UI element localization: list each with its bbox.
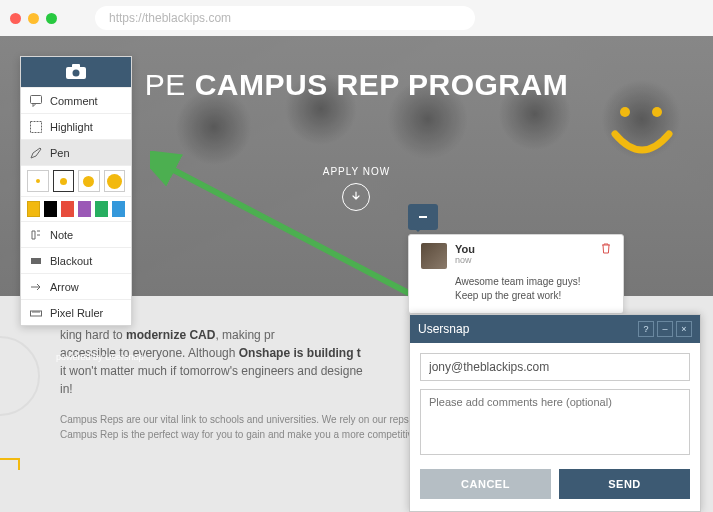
email-field[interactable] — [420, 353, 690, 381]
dialog-title: Usersnap — [418, 322, 469, 336]
comments-field[interactable] — [420, 389, 690, 455]
comment-icon — [29, 94, 43, 108]
highlight-icon — [29, 120, 43, 134]
send-button[interactable]: SEND — [559, 469, 690, 499]
feedback-dialog: Usersnap ? – × CANCEL SEND — [409, 314, 701, 512]
ruler-icon — [29, 306, 43, 320]
cancel-button[interactable]: CANCEL — [420, 469, 551, 499]
pen-color-row — [21, 196, 131, 221]
toolbar-header[interactable] — [21, 57, 131, 87]
svg-rect-4 — [72, 64, 80, 68]
pen-icon — [29, 146, 43, 160]
download-icon — [342, 183, 370, 211]
color-blue[interactable] — [112, 201, 125, 217]
svg-point-5 — [73, 70, 80, 77]
url-text: https://theblackips.com — [109, 11, 231, 25]
apply-now-button[interactable]: APPLY NOW — [323, 166, 391, 211]
comment-time: now — [455, 255, 593, 265]
svg-rect-7 — [31, 121, 42, 132]
color-red[interactable] — [61, 201, 74, 217]
pen-size-row — [21, 165, 131, 196]
avatar — [421, 243, 447, 269]
svg-rect-6 — [31, 95, 42, 103]
url-bar[interactable]: https://theblackips.com — [95, 6, 475, 30]
svg-rect-9 — [31, 311, 42, 316]
powered-by-label: powered by Usersnap — [56, 352, 144, 362]
pen-size-lg[interactable] — [104, 170, 126, 192]
blackout-icon — [29, 254, 43, 268]
zoom-window-icon[interactable] — [46, 13, 57, 24]
camera-icon — [65, 64, 87, 80]
page-viewport: PE CAMPUS REP PROGRAM APPLY NOW Comment — [0, 36, 713, 512]
tool-pixel-ruler[interactable]: Pixel Ruler — [21, 299, 131, 325]
help-icon[interactable]: ? — [638, 321, 654, 337]
ruler-decoration — [0, 458, 20, 470]
color-green[interactable] — [95, 201, 108, 217]
comment-body: Awesome team image guys! Keep up the gre… — [421, 275, 611, 303]
browser-chrome: https://theblackips.com — [0, 0, 713, 36]
tool-highlight[interactable]: Highlight — [21, 113, 131, 139]
ring-decoration — [0, 336, 40, 416]
tool-pen[interactable]: Pen — [21, 139, 131, 165]
trash-icon[interactable] — [601, 243, 611, 256]
window-controls — [10, 13, 57, 24]
tool-arrow[interactable]: Arrow — [21, 273, 131, 299]
note-icon — [29, 228, 43, 242]
color-black[interactable] — [44, 201, 57, 217]
close-window-icon[interactable] — [10, 13, 21, 24]
comment-card: You now Awesome team image guys! Keep up… — [408, 234, 624, 314]
color-purple[interactable] — [78, 201, 91, 217]
annotation-toolbar: Comment Highlight Pen Note — [20, 56, 132, 326]
minimize-icon[interactable]: – — [657, 321, 673, 337]
comment-author: You — [455, 243, 593, 255]
speech-bubble-icon[interactable] — [408, 204, 438, 230]
tool-note[interactable]: Note — [21, 221, 131, 247]
pen-size-md[interactable] — [78, 170, 100, 192]
arrow-icon — [29, 280, 43, 294]
pen-size-sm[interactable] — [53, 170, 75, 192]
close-icon[interactable]: × — [676, 321, 692, 337]
comment-annotation[interactable]: You now Awesome team image guys! Keep up… — [408, 204, 624, 314]
minimize-window-icon[interactable] — [28, 13, 39, 24]
tool-comment[interactable]: Comment — [21, 87, 131, 113]
svg-rect-8 — [31, 258, 41, 264]
tool-blackout[interactable]: Blackout — [21, 247, 131, 273]
color-yellow[interactable] — [27, 201, 40, 217]
pen-size-xs[interactable] — [27, 170, 49, 192]
dialog-header[interactable]: Usersnap ? – × — [410, 315, 700, 343]
